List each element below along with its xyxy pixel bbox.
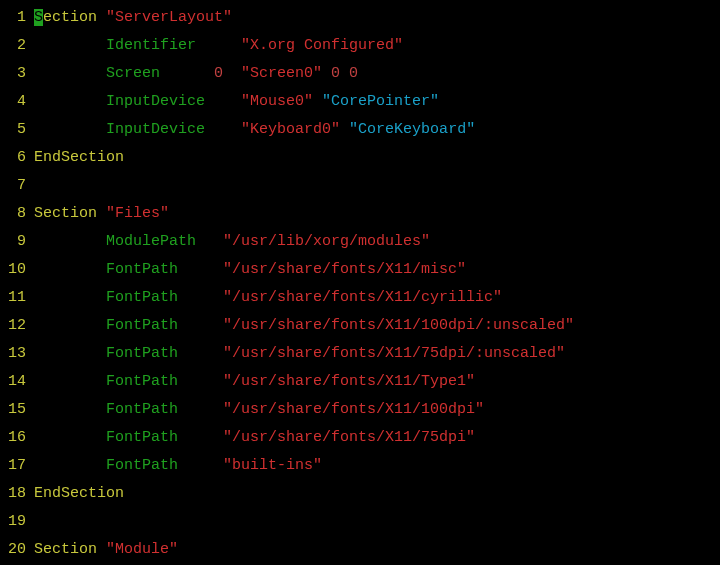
token: "ServerLayout" xyxy=(106,9,232,26)
code-content: FontPath "built-ins" xyxy=(34,452,322,480)
line-number: 19 xyxy=(0,508,34,536)
line-number: 13 xyxy=(0,340,34,368)
token xyxy=(205,93,241,110)
token: InputDevice xyxy=(106,121,205,138)
token xyxy=(34,289,106,306)
token: "/usr/share/fonts/X11/100dpi/:unscaled" xyxy=(223,317,574,334)
code-line: 15 FontPath "/usr/share/fonts/X11/100dpi… xyxy=(0,396,720,424)
token: ModulePath xyxy=(106,233,196,250)
token: FontPath xyxy=(106,261,178,278)
line-number: 9 xyxy=(0,228,34,256)
code-line: 17 FontPath "built-ins" xyxy=(0,452,720,480)
line-number: 6 xyxy=(0,144,34,172)
token: FontPath xyxy=(106,345,178,362)
code-line: 13 FontPath "/usr/share/fonts/X11/75dpi/… xyxy=(0,340,720,368)
code-line: 7 xyxy=(0,172,720,200)
token xyxy=(178,373,223,390)
token xyxy=(196,37,241,54)
code-line: 1Section "ServerLayout" xyxy=(0,4,720,32)
token xyxy=(160,65,214,82)
code-content: FontPath "/usr/share/fonts/X11/75dpi/:un… xyxy=(34,340,565,368)
token xyxy=(178,289,223,306)
token xyxy=(34,401,106,418)
token xyxy=(34,93,106,110)
code-content: Section "ServerLayout" xyxy=(34,4,232,32)
code-content: Screen 0 "Screen0" 0 0 xyxy=(34,60,358,88)
code-editor[interactable]: 1Section "ServerLayout"2 Identifier "X.o… xyxy=(0,4,720,564)
code-content: FontPath "/usr/share/fonts/X11/Type1" xyxy=(34,368,475,396)
token: "/usr/share/fonts/X11/misc" xyxy=(223,261,466,278)
code-content: InputDevice "Mouse0" "CorePointer" xyxy=(34,88,439,116)
token: "CoreKeyboard" xyxy=(349,121,475,138)
token xyxy=(178,261,223,278)
code-line: 11 FontPath "/usr/share/fonts/X11/cyrill… xyxy=(0,284,720,312)
token xyxy=(34,37,106,54)
code-line: 19 xyxy=(0,508,720,536)
code-line: 16 FontPath "/usr/share/fonts/X11/75dpi" xyxy=(0,424,720,452)
token xyxy=(205,121,241,138)
token xyxy=(34,121,106,138)
line-number: 12 xyxy=(0,312,34,340)
line-number: 7 xyxy=(0,172,34,200)
line-number: 11 xyxy=(0,284,34,312)
code-content: EndSection xyxy=(34,480,124,508)
token xyxy=(34,345,106,362)
token: FontPath xyxy=(106,429,178,446)
token: "/usr/share/fonts/X11/75dpi" xyxy=(223,429,475,446)
line-number: 8 xyxy=(0,200,34,228)
code-line: 6EndSection xyxy=(0,144,720,172)
token: Screen xyxy=(106,65,160,82)
token xyxy=(196,233,223,250)
token: "Screen0" xyxy=(241,65,322,82)
line-number: 4 xyxy=(0,88,34,116)
code-line: 9 ModulePath "/usr/lib/xorg/modules" xyxy=(0,228,720,256)
token xyxy=(178,317,223,334)
token xyxy=(34,261,106,278)
token: "Keyboard0" xyxy=(241,121,340,138)
token xyxy=(223,65,241,82)
token: FontPath xyxy=(106,373,178,390)
token xyxy=(34,233,106,250)
token: ection xyxy=(43,9,106,26)
line-number: 2 xyxy=(0,32,34,60)
code-line: 14 FontPath "/usr/share/fonts/X11/Type1" xyxy=(0,368,720,396)
token: 0 0 xyxy=(331,65,358,82)
token xyxy=(178,345,223,362)
code-content: ModulePath "/usr/lib/xorg/modules" xyxy=(34,228,430,256)
code-line: 8Section "Files" xyxy=(0,200,720,228)
token xyxy=(34,457,106,474)
token: FontPath xyxy=(106,289,178,306)
line-number: 20 xyxy=(0,536,34,564)
code-content: FontPath "/usr/share/fonts/X11/100dpi/:u… xyxy=(34,312,574,340)
code-content: FontPath "/usr/share/fonts/X11/misc" xyxy=(34,256,466,284)
code-line: 4 InputDevice "Mouse0" "CorePointer" xyxy=(0,88,720,116)
code-line: 20Section "Module" xyxy=(0,536,720,564)
token xyxy=(34,65,106,82)
line-number: 17 xyxy=(0,452,34,480)
code-content: EndSection xyxy=(34,144,124,172)
token: "CorePointer" xyxy=(322,93,439,110)
token: "X.org Configured" xyxy=(241,37,403,54)
token xyxy=(34,429,106,446)
token: "/usr/lib/xorg/modules" xyxy=(223,233,430,250)
code-line: 2 Identifier "X.org Configured" xyxy=(0,32,720,60)
token: FontPath xyxy=(106,457,178,474)
code-content: FontPath "/usr/share/fonts/X11/75dpi" xyxy=(34,424,475,452)
line-number: 5 xyxy=(0,116,34,144)
code-content: Section "Module" xyxy=(34,536,178,564)
token xyxy=(322,65,331,82)
code-line: 3 Screen 0 "Screen0" 0 0 xyxy=(0,60,720,88)
token: "/usr/share/fonts/X11/100dpi" xyxy=(223,401,484,418)
token: "/usr/share/fonts/X11/75dpi/:unscaled" xyxy=(223,345,565,362)
token xyxy=(178,457,223,474)
line-number: 1 xyxy=(0,4,34,32)
code-line: 5 InputDevice "Keyboard0" "CoreKeyboard" xyxy=(0,116,720,144)
token: InputDevice xyxy=(106,93,205,110)
code-line: 12 FontPath "/usr/share/fonts/X11/100dpi… xyxy=(0,312,720,340)
code-content: InputDevice "Keyboard0" "CoreKeyboard" xyxy=(34,116,475,144)
token xyxy=(34,317,106,334)
token xyxy=(178,401,223,418)
code-content: Identifier "X.org Configured" xyxy=(34,32,403,60)
token: EndSection xyxy=(34,485,124,502)
token: EndSection xyxy=(34,149,124,166)
